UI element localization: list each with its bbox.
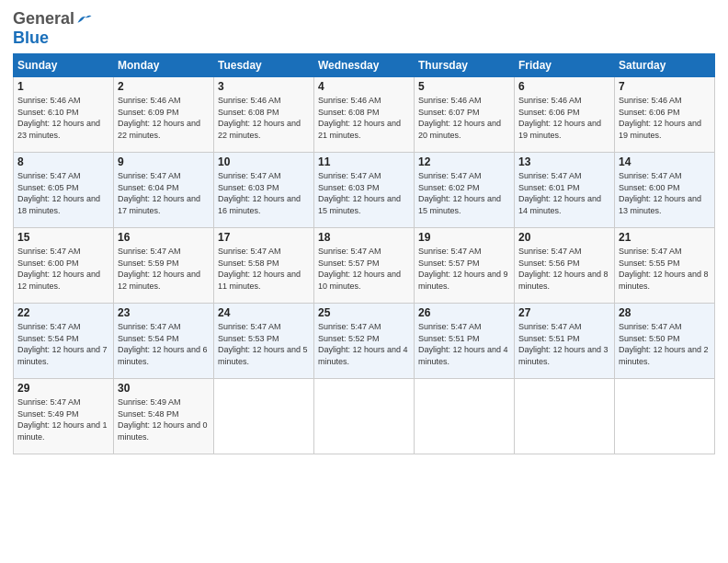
day-info: Sunrise: 5:49 AM Sunset: 5:48 PM Dayligh… xyxy=(118,396,210,442)
day-cell-12: 12 Sunrise: 5:47 AM Sunset: 6:02 PM Dayl… xyxy=(415,153,515,228)
day-info: Sunrise: 5:47 AM Sunset: 6:02 PM Dayligh… xyxy=(418,170,510,216)
day-number: 11 xyxy=(318,155,410,168)
day-info: Sunrise: 5:46 AM Sunset: 6:08 PM Dayligh… xyxy=(318,95,410,141)
day-number: 26 xyxy=(418,306,510,319)
week-row-5: 29 Sunrise: 5:47 AM Sunset: 5:49 PM Dayl… xyxy=(14,379,715,454)
day-number: 24 xyxy=(218,306,310,319)
day-info: Sunrise: 5:47 AM Sunset: 5:54 PM Dayligh… xyxy=(17,321,109,367)
day-cell-9: 9 Sunrise: 5:47 AM Sunset: 6:04 PM Dayli… xyxy=(114,153,214,228)
day-number: 28 xyxy=(619,306,711,319)
day-cell-2: 2 Sunrise: 5:46 AM Sunset: 6:09 PM Dayli… xyxy=(114,77,214,153)
day-number: 27 xyxy=(518,306,610,319)
empty-cell xyxy=(415,379,515,454)
day-number: 21 xyxy=(619,231,711,244)
empty-cell xyxy=(214,379,314,454)
day-cell-15: 15 Sunrise: 5:47 AM Sunset: 6:00 PM Dayl… xyxy=(14,228,114,304)
weekday-header-friday: Friday xyxy=(515,54,615,77)
day-number: 3 xyxy=(218,80,310,93)
day-cell-18: 18 Sunrise: 5:47 AM Sunset: 5:57 PM Dayl… xyxy=(314,228,415,304)
day-number: 4 xyxy=(318,80,410,93)
day-number: 15 xyxy=(17,231,109,244)
day-cell-25: 25 Sunrise: 5:47 AM Sunset: 5:52 PM Dayl… xyxy=(314,304,415,379)
header: General Blue xyxy=(13,9,715,48)
day-info: Sunrise: 5:46 AM Sunset: 6:07 PM Dayligh… xyxy=(418,95,510,141)
day-cell-6: 6 Sunrise: 5:46 AM Sunset: 6:06 PM Dayli… xyxy=(515,77,615,153)
day-info: Sunrise: 5:46 AM Sunset: 6:06 PM Dayligh… xyxy=(518,95,610,141)
weekday-header-monday: Monday xyxy=(114,54,214,77)
day-number: 17 xyxy=(218,231,310,244)
day-info: Sunrise: 5:47 AM Sunset: 5:51 PM Dayligh… xyxy=(418,321,510,367)
day-info: Sunrise: 5:47 AM Sunset: 6:03 PM Dayligh… xyxy=(218,170,310,216)
day-number: 9 xyxy=(118,155,210,168)
day-number: 12 xyxy=(418,155,510,168)
day-number: 30 xyxy=(118,382,210,395)
page: General Blue SundayMondayTuesdayWednesda… xyxy=(0,0,728,563)
day-number: 19 xyxy=(418,231,510,244)
day-info: Sunrise: 5:46 AM Sunset: 6:10 PM Dayligh… xyxy=(17,95,109,141)
day-info: Sunrise: 5:47 AM Sunset: 5:49 PM Dayligh… xyxy=(17,396,109,442)
logo-bird-icon xyxy=(76,13,93,26)
day-cell-10: 10 Sunrise: 5:47 AM Sunset: 6:03 PM Dayl… xyxy=(214,153,314,228)
day-cell-11: 11 Sunrise: 5:47 AM Sunset: 6:03 PM Dayl… xyxy=(314,153,415,228)
week-row-3: 15 Sunrise: 5:47 AM Sunset: 6:00 PM Dayl… xyxy=(14,228,715,304)
day-cell-23: 23 Sunrise: 5:47 AM Sunset: 5:54 PM Dayl… xyxy=(114,304,214,379)
day-cell-5: 5 Sunrise: 5:46 AM Sunset: 6:07 PM Dayli… xyxy=(415,77,515,153)
day-number: 18 xyxy=(318,231,410,244)
week-row-1: 1 Sunrise: 5:46 AM Sunset: 6:10 PM Dayli… xyxy=(14,77,715,153)
day-info: Sunrise: 5:47 AM Sunset: 6:05 PM Dayligh… xyxy=(17,170,109,216)
day-cell-13: 13 Sunrise: 5:47 AM Sunset: 6:01 PM Dayl… xyxy=(515,153,615,228)
day-cell-24: 24 Sunrise: 5:47 AM Sunset: 5:53 PM Dayl… xyxy=(214,304,314,379)
day-cell-7: 7 Sunrise: 5:46 AM Sunset: 6:06 PM Dayli… xyxy=(615,77,715,153)
weekday-header-thursday: Thursday xyxy=(415,54,515,77)
day-info: Sunrise: 5:47 AM Sunset: 6:04 PM Dayligh… xyxy=(118,170,210,216)
day-cell-20: 20 Sunrise: 5:47 AM Sunset: 5:56 PM Dayl… xyxy=(515,228,615,304)
weekday-header-sunday: Sunday xyxy=(14,54,114,77)
day-info: Sunrise: 5:47 AM Sunset: 5:50 PM Dayligh… xyxy=(619,321,711,367)
day-number: 6 xyxy=(518,80,610,93)
day-info: Sunrise: 5:47 AM Sunset: 5:59 PM Dayligh… xyxy=(118,246,210,292)
day-number: 5 xyxy=(418,80,510,93)
empty-cell xyxy=(515,379,615,454)
day-cell-4: 4 Sunrise: 5:46 AM Sunset: 6:08 PM Dayli… xyxy=(314,77,415,153)
weekday-header-tuesday: Tuesday xyxy=(214,54,314,77)
day-info: Sunrise: 5:47 AM Sunset: 5:52 PM Dayligh… xyxy=(318,321,410,367)
logo-general-text: General xyxy=(13,9,74,29)
day-info: Sunrise: 5:47 AM Sunset: 5:55 PM Dayligh… xyxy=(619,246,711,292)
day-cell-19: 19 Sunrise: 5:47 AM Sunset: 5:57 PM Dayl… xyxy=(415,228,515,304)
week-row-4: 22 Sunrise: 5:47 AM Sunset: 5:54 PM Dayl… xyxy=(14,304,715,379)
day-info: Sunrise: 5:46 AM Sunset: 6:09 PM Dayligh… xyxy=(118,95,210,141)
day-cell-16: 16 Sunrise: 5:47 AM Sunset: 5:59 PM Dayl… xyxy=(114,228,214,304)
day-cell-29: 29 Sunrise: 5:47 AM Sunset: 5:49 PM Dayl… xyxy=(14,379,114,454)
day-cell-14: 14 Sunrise: 5:47 AM Sunset: 6:00 PM Dayl… xyxy=(615,153,715,228)
day-cell-30: 30 Sunrise: 5:49 AM Sunset: 5:48 PM Dayl… xyxy=(114,379,214,454)
day-number: 14 xyxy=(619,155,711,168)
day-number: 20 xyxy=(518,231,610,244)
logo-blue-text: Blue xyxy=(13,29,49,47)
empty-cell xyxy=(615,379,715,454)
day-number: 16 xyxy=(118,231,210,244)
week-row-2: 8 Sunrise: 5:47 AM Sunset: 6:05 PM Dayli… xyxy=(14,153,715,228)
day-number: 8 xyxy=(17,155,109,168)
day-info: Sunrise: 5:47 AM Sunset: 6:00 PM Dayligh… xyxy=(17,246,109,292)
day-number: 7 xyxy=(619,80,711,93)
calendar-table: SundayMondayTuesdayWednesdayThursdayFrid… xyxy=(13,53,715,454)
day-info: Sunrise: 5:47 AM Sunset: 5:57 PM Dayligh… xyxy=(318,246,410,292)
weekday-header-saturday: Saturday xyxy=(615,54,715,77)
day-info: Sunrise: 5:47 AM Sunset: 5:58 PM Dayligh… xyxy=(218,246,310,292)
day-info: Sunrise: 5:47 AM Sunset: 5:53 PM Dayligh… xyxy=(218,321,310,367)
day-number: 10 xyxy=(218,155,310,168)
day-info: Sunrise: 5:47 AM Sunset: 6:00 PM Dayligh… xyxy=(619,170,711,216)
day-number: 25 xyxy=(318,306,410,319)
empty-cell xyxy=(314,379,415,454)
day-cell-8: 8 Sunrise: 5:47 AM Sunset: 6:05 PM Dayli… xyxy=(14,153,114,228)
logo: General Blue xyxy=(13,9,93,48)
day-cell-22: 22 Sunrise: 5:47 AM Sunset: 5:54 PM Dayl… xyxy=(14,304,114,379)
day-info: Sunrise: 5:47 AM Sunset: 5:54 PM Dayligh… xyxy=(118,321,210,367)
day-number: 2 xyxy=(118,80,210,93)
day-info: Sunrise: 5:47 AM Sunset: 6:03 PM Dayligh… xyxy=(318,170,410,216)
day-cell-27: 27 Sunrise: 5:47 AM Sunset: 5:51 PM Dayl… xyxy=(515,304,615,379)
day-cell-21: 21 Sunrise: 5:47 AM Sunset: 5:55 PM Dayl… xyxy=(615,228,715,304)
day-number: 23 xyxy=(118,306,210,319)
day-cell-3: 3 Sunrise: 5:46 AM Sunset: 6:08 PM Dayli… xyxy=(214,77,314,153)
day-number: 1 xyxy=(17,80,109,93)
